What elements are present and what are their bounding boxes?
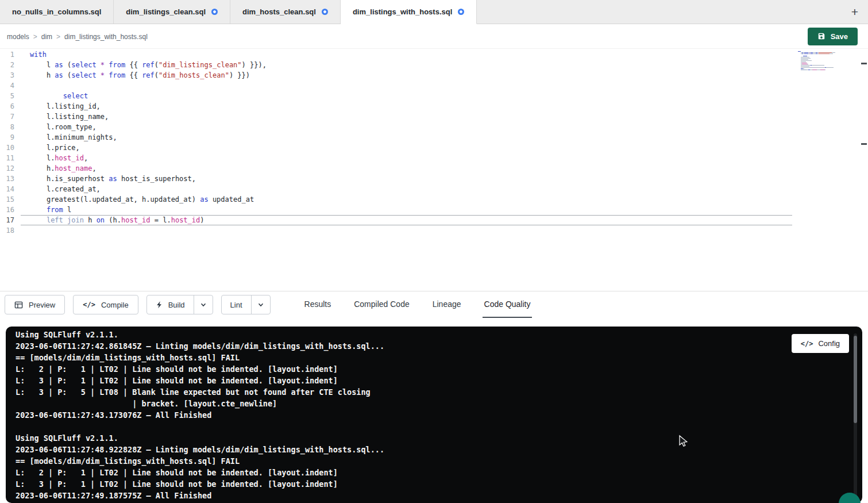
code-line-8[interactable]: 8 l.room_type,: [0, 122, 868, 132]
lint-dropdown-button[interactable]: [251, 295, 270, 314]
code-line-2[interactable]: 2 l as (select * from {{ ref("dim_listin…: [0, 60, 868, 70]
terminal-panel: Using SQLFluff v2.1.1.2023-06-06T11:27:4…: [6, 327, 862, 503]
lint-button-group: Lint: [221, 295, 271, 314]
terminal-output: Using SQLFluff v2.1.1.2023-06-06T11:27:4…: [6, 327, 862, 501]
code-line-4[interactable]: 4: [0, 80, 868, 91]
code-line-10[interactable]: 10 l.price,: [0, 143, 868, 153]
code-line-18[interactable]: 18: [0, 225, 868, 236]
build-button[interactable]: Build: [147, 295, 194, 314]
breadcrumb-item[interactable]: models: [7, 33, 29, 41]
line-number: 16: [0, 205, 21, 215]
lint-button[interactable]: Lint: [222, 295, 251, 314]
tab-dim-hosts-clean-sql[interactable]: dim_hosts_clean.sql: [230, 0, 341, 24]
code-text: l.created_at,: [21, 184, 792, 194]
breadcrumb-bar: models>dim>dim_listings_with_hosts.sql S…: [0, 24, 868, 49]
lint-label: Lint: [230, 301, 242, 309]
line-number: 1: [0, 49, 21, 60]
terminal-line: L: 3 | P: 1 | LT02 | Line should not be …: [16, 375, 839, 386]
new-tab-button[interactable]: +: [842, 0, 868, 24]
breadcrumb: models>dim>dim_listings_with_hosts.sql: [7, 31, 148, 41]
preview-table-icon: [14, 301, 23, 309]
build-button-group: Build: [146, 295, 213, 314]
line-number: 8: [0, 122, 21, 132]
config-button[interactable]: </> Config: [792, 334, 849, 353]
code-line-12[interactable]: 12 h.host_name,: [0, 163, 868, 174]
line-number: 4: [0, 80, 21, 91]
tab-label: dim_listings_clean.sql: [126, 7, 206, 16]
build-dropdown-button[interactable]: [194, 295, 213, 314]
terminal-scrollbar-thumb[interactable]: [854, 336, 857, 423]
compile-button[interactable]: </> Compile: [73, 295, 138, 314]
code-line-1[interactable]: 1with: [0, 49, 868, 60]
code-line-13[interactable]: 13 h.is_superhost as host_is_superhost,: [0, 174, 868, 184]
panel-tab-code-quality[interactable]: Code Quality: [483, 291, 533, 318]
line-number: 11: [0, 153, 21, 163]
breadcrumb-item[interactable]: dim_listings_with_hosts.sql: [64, 33, 148, 41]
panel-tab-lineage[interactable]: Lineage: [431, 291, 463, 318]
tab-dim-listings-clean-sql[interactable]: dim_listings_clean.sql: [114, 0, 230, 24]
panel-tab-compiled-code[interactable]: Compiled Code: [352, 291, 411, 318]
code-text: l.room_type,: [21, 122, 792, 132]
code-text: from l: [21, 205, 792, 215]
code-text: select: [21, 91, 792, 101]
code-line-15[interactable]: 15 greatest(l.updated_at, h.updated_at) …: [0, 194, 868, 205]
line-number: 18: [0, 225, 21, 236]
code-text: l.minimum_nights,: [21, 132, 792, 143]
code-line-16[interactable]: 16 from l: [0, 205, 868, 215]
preview-label: Preview: [29, 301, 55, 309]
tab-label: dim_hosts_clean.sql: [242, 7, 316, 16]
tab-no-nulls-in-columns-sql[interactable]: no_nulls_in_columns.sql: [0, 0, 114, 24]
breadcrumb-item[interactable]: dim: [41, 33, 52, 41]
code-text: h.host_name,: [21, 163, 792, 174]
editor-tab-bar: no_nulls_in_columns.sqldim_listings_clea…: [0, 0, 868, 24]
scrollbar-mark: [861, 63, 867, 64]
code-line-7[interactable]: 7 l.listing_name,: [0, 112, 868, 122]
tab-dim-listings-with-hosts-sql[interactable]: dim_listings_with_hosts.sql: [341, 0, 477, 24]
terminal-line: L: 2 | P: 1 | LT02 | Line should not be …: [16, 467, 839, 478]
code-line-14[interactable]: 14 l.created_at,: [0, 184, 868, 194]
line-number: 6: [0, 101, 21, 112]
code-text: with: [21, 49, 792, 60]
code-text: l.host_id,: [21, 153, 792, 163]
terminal-line: L: 2 | P: 1 | LT02 | Line should not be …: [16, 363, 839, 375]
minimap-line: [798, 71, 842, 71]
chevron-down-icon: [200, 301, 207, 308]
panel-tabs: ResultsCompiled CodeLineageCode Quality: [303, 291, 533, 318]
panel-tab-results[interactable]: Results: [303, 291, 333, 318]
code-text: h as (select * from {{ ref("dim_hosts_cl…: [21, 70, 792, 80]
terminal-line: L: 3 | P: 5 | LT08 | Blank line expected…: [16, 386, 839, 398]
build-bolt-icon: [156, 301, 163, 309]
terminal-line: | bracket. [layout.cte_newline]: [16, 398, 839, 409]
compile-label: Compile: [101, 301, 129, 309]
line-number: 3: [0, 70, 21, 80]
terminal-line: L: 3 | P: 1 | LT02 | Line should not be …: [16, 478, 839, 490]
code-line-17[interactable]: 17 left join h on (h.host_id = l.host_id…: [0, 215, 868, 225]
terminal-line: == [models/dim/dim_listings_with_hosts.s…: [16, 455, 839, 467]
terminal-line: 2023-06-06T11:27:48.922828Z — Linting mo…: [16, 444, 839, 455]
code-text: [21, 80, 792, 91]
preview-button[interactable]: Preview: [5, 295, 65, 314]
code-text: l.listing_id,: [21, 101, 792, 112]
code-text: h.is_superhost as host_is_superhost,: [21, 174, 792, 184]
code-text: l.listing_name,: [21, 112, 792, 122]
editor-toolbar: Preview </> Compile Build Lint: [0, 291, 868, 318]
line-number: 9: [0, 132, 21, 143]
code-line-5[interactable]: 5 select: [0, 91, 868, 101]
save-button[interactable]: Save: [808, 28, 858, 45]
code-line-9[interactable]: 9 l.minimum_nights,: [0, 132, 868, 143]
build-label: Build: [168, 301, 185, 309]
code-line-3[interactable]: 3 h as (select * from {{ ref("dim_hosts_…: [0, 70, 868, 80]
code-line-6[interactable]: 6 l.listing_id,: [0, 101, 868, 112]
line-number: 17: [0, 215, 21, 225]
line-number: 10: [0, 143, 21, 153]
line-number: 2: [0, 60, 21, 70]
line-number: 13: [0, 174, 21, 184]
tab-label: dim_listings_with_hosts.sql: [353, 7, 452, 16]
config-label: Config: [818, 339, 840, 348]
breadcrumb-separator: >: [56, 33, 60, 41]
minimap[interactable]: [798, 51, 842, 72]
code-text: [21, 225, 792, 236]
code-editor[interactable]: 1with2 l as (select * from {{ ref("dim_l…: [0, 49, 868, 291]
dbt-ide-app: no_nulls_in_columns.sqldim_listings_clea…: [0, 0, 868, 503]
code-line-11[interactable]: 11 l.host_id,: [0, 153, 868, 163]
